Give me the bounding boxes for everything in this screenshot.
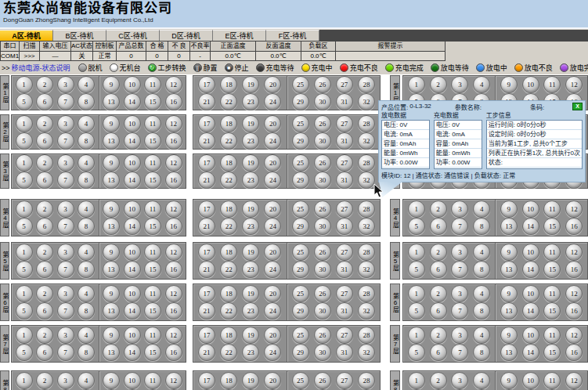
cell[interactable]: 3 [451,244,468,261]
cell[interactable]: 20 [264,372,281,389]
cell[interactable]: 6 [430,218,447,235]
cell[interactable]: 9 [500,76,518,93]
cell[interactable]: 1 [16,154,33,172]
cell[interactable]: 32 [358,132,375,150]
cell[interactable]: 27 [336,285,353,302]
cell[interactable]: 4 [473,76,490,93]
cell[interactable]: 23 [242,132,259,150]
cell[interactable]: 16 [565,261,583,278]
cell[interactable]: 7 [57,261,74,278]
cell[interactable]: 12 [165,115,182,132]
cell[interactable]: 9 [500,327,518,344]
cell[interactable]: 13 [103,261,120,278]
cell[interactable]: 6 [36,344,53,361]
cell[interactable]: 7 [57,302,74,320]
cell[interactable]: 10 [522,372,539,389]
cell[interactable]: 9 [500,244,518,261]
cell[interactable]: 2 [36,244,53,261]
cell[interactable]: 30 [314,132,331,150]
cell[interactable]: 2 [36,115,53,132]
cell[interactable]: 16 [165,218,182,235]
cell[interactable]: 21 [198,344,215,361]
cell[interactable]: 21 [198,261,215,278]
cell[interactable]: 30 [314,172,331,189]
cell[interactable]: 12 [565,327,583,344]
cell[interactable]: 15 [543,344,561,361]
cell[interactable]: 5 [16,302,33,320]
cell[interactable]: 30 [314,261,331,278]
cell[interactable]: 9 [103,372,120,389]
cell[interactable]: 17 [198,154,215,172]
cell[interactable]: 7 [451,218,468,235]
cell[interactable]: 11 [543,285,561,302]
cell[interactable]: 14 [522,302,539,320]
cell[interactable]: 30 [314,93,331,110]
cell[interactable]: 11 [543,372,561,389]
cell[interactable]: 4 [473,285,490,302]
cell[interactable]: 16 [565,344,583,361]
cell[interactable]: 27 [336,244,353,261]
cell[interactable]: 30 [314,302,331,320]
cell[interactable]: 29 [292,261,309,278]
cell[interactable]: 31 [336,261,353,278]
cell[interactable]: 21 [198,132,215,150]
cell[interactable]: 14 [522,344,539,361]
cell[interactable]: 6 [36,172,53,189]
cell[interactable]: 5 [408,344,425,361]
cell[interactable]: 12 [565,200,583,218]
cell[interactable]: 4 [78,76,95,93]
cell[interactable]: 16 [165,93,182,110]
cell[interactable]: 28 [358,76,375,93]
cell[interactable]: 16 [165,302,182,320]
cell[interactable]: 1 [16,115,33,132]
cell[interactable]: 14 [124,261,141,278]
cell[interactable]: 13 [500,302,518,320]
cell[interactable]: 17 [198,285,215,302]
cell[interactable]: 17 [198,115,215,132]
cell[interactable]: 11 [144,372,161,389]
cell[interactable]: 8 [78,302,95,320]
cell[interactable]: 10 [124,372,141,389]
cell[interactable]: 13 [103,132,120,150]
cell[interactable]: 25 [292,76,309,93]
cell[interactable]: 4 [78,285,95,302]
cell[interactable]: 6 [430,302,447,320]
cell[interactable]: 12 [565,76,583,93]
cell[interactable]: 11 [144,244,161,261]
cell[interactable]: 27 [336,200,353,218]
cell[interactable]: 24 [264,132,281,150]
cell[interactable]: 15 [144,132,161,150]
cell[interactable]: 16 [565,218,583,235]
cell[interactable]: 15 [144,302,161,320]
cell[interactable]: 7 [57,218,74,235]
cell[interactable]: 3 [57,115,74,132]
tab-zone-4[interactable]: E区-待机 [213,30,266,41]
cell[interactable]: 9 [103,154,120,172]
cell[interactable]: 22 [220,172,237,189]
cell[interactable]: 9 [103,244,120,261]
cell[interactable]: 24 [264,218,281,235]
tab-zone-1[interactable]: B区-待机 [53,30,106,41]
cell[interactable]: 5 [408,261,425,278]
cell[interactable]: 12 [165,154,182,172]
cell[interactable]: 12 [165,285,182,302]
cell[interactable]: 26 [314,372,331,389]
cell[interactable]: 21 [198,172,215,189]
cell[interactable]: 15 [543,261,561,278]
cell[interactable]: 20 [264,154,281,172]
cell[interactable]: 3 [57,244,74,261]
cell[interactable]: 19 [242,244,259,261]
cell[interactable]: 17 [198,200,215,218]
cell[interactable]: 7 [57,172,74,189]
cell[interactable]: 13 [500,261,518,278]
cell[interactable]: 3 [57,285,74,302]
cell[interactable]: 12 [165,200,182,218]
cell[interactable]: 3 [57,154,74,172]
tab-zone-5[interactable]: F区-待机 [266,30,319,41]
cell[interactable]: 5 [16,93,33,110]
cell[interactable]: 13 [103,302,120,320]
popup-close-button[interactable]: X [572,103,583,110]
tab-zone-2[interactable]: C区-待机 [106,30,160,41]
cell[interactable]: 23 [242,261,259,278]
cell[interactable]: 19 [242,200,259,218]
